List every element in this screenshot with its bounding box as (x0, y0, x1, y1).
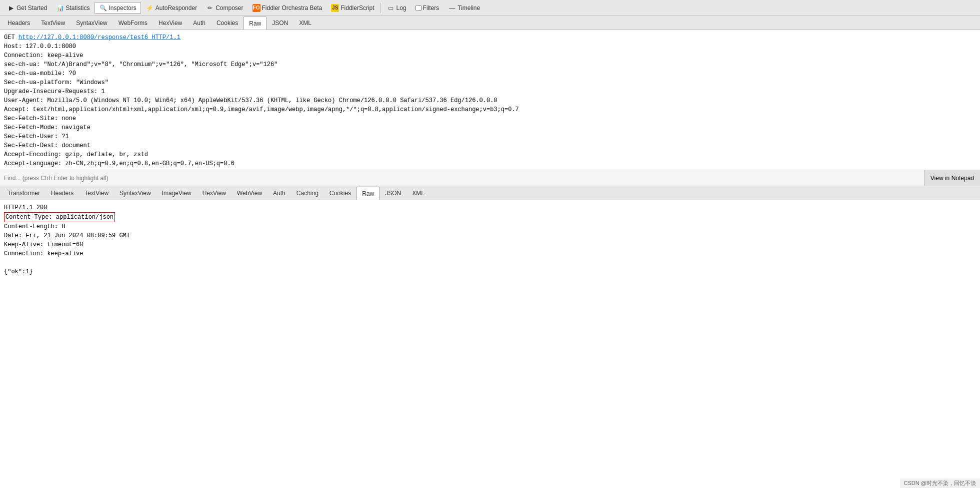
response-status-line: HTTP/1.1 200 (4, 204, 47, 211)
tab-response-imageview[interactable]: ImageView (156, 187, 197, 200)
statistics-icon: 📊 (56, 4, 64, 12)
js-badge-icon: JS (331, 4, 339, 12)
request-tab-bar: Headers TextView SyntaxView WebForms Hex… (0, 16, 980, 30)
tab-response-syntaxview[interactable]: SyntaxView (114, 187, 156, 200)
composer-button[interactable]: ✏ Composer (202, 3, 247, 13)
tab-request-raw[interactable]: Raw (244, 17, 266, 30)
tab-request-webforms[interactable]: WebForms (113, 17, 153, 30)
tab-response-auth[interactable]: Auth (268, 187, 291, 200)
log-button[interactable]: ▭ Log (383, 3, 410, 13)
request-content: GET http://127.0.0.1:8080/response/test6… (0, 30, 980, 170)
response-content-type: Content-Type: application/json (4, 212, 115, 222)
tab-response-raw[interactable]: Raw (356, 187, 380, 200)
tab-response-textview[interactable]: TextView (79, 187, 114, 200)
inspectors-icon: 🔍 (99, 4, 107, 12)
autoresponder-icon: ⚡ (146, 4, 154, 12)
filters-checkbox[interactable] (416, 5, 422, 11)
tab-request-headers[interactable]: Headers (2, 17, 36, 30)
tab-request-auth[interactable]: Auth (188, 17, 211, 30)
view-in-notepad-button[interactable]: View in Notepad (924, 170, 980, 186)
response-content: HTTP/1.1 200 Content-Type: application/j… (0, 200, 980, 488)
tab-response-hexview[interactable]: HexView (197, 187, 232, 200)
tab-response-json[interactable]: JSON (380, 187, 406, 200)
toolbar-separator-1 (380, 3, 381, 13)
find-input[interactable] (0, 173, 924, 184)
fiddlerscript-button[interactable]: JS FiddlerScript (327, 3, 378, 13)
timeline-icon: — (448, 4, 456, 12)
response-body: {"ok":1} (4, 268, 33, 275)
footer: CSDN @时光不染，回忆不淡 (900, 478, 980, 488)
log-icon: ▭ (387, 4, 395, 12)
response-tab-bar: Transformer Headers TextView SyntaxView … (0, 186, 980, 200)
tab-response-webview[interactable]: WebView (232, 187, 268, 200)
tab-response-cookies[interactable]: Cookies (324, 187, 356, 200)
tab-request-textview[interactable]: TextView (36, 17, 70, 30)
tab-response-caching[interactable]: Caching (291, 187, 324, 200)
tab-response-transformer[interactable]: Transformer (2, 187, 46, 200)
tab-request-syntaxview[interactable]: SyntaxView (70, 17, 112, 30)
statistics-button[interactable]: 📊 Statistics (52, 3, 94, 13)
tab-response-headers[interactable]: Headers (46, 187, 79, 200)
find-bar: View in Notepad (0, 170, 980, 186)
tab-response-xml[interactable]: XML (406, 187, 430, 200)
fo-badge-icon: FO (252, 4, 260, 12)
composer-icon: ✏ (206, 4, 214, 12)
filters-button[interactable]: Filters (412, 4, 444, 13)
inspectors-button[interactable]: 🔍 Inspectors (94, 3, 140, 14)
tab-request-json[interactable]: JSON (266, 17, 294, 30)
request-method: GET (4, 34, 18, 41)
timeline-button[interactable]: — Timeline (444, 3, 484, 13)
tab-request-cookies[interactable]: Cookies (211, 17, 244, 30)
tab-request-xml[interactable]: XML (294, 17, 317, 30)
response-other-headers: Content-Length: 8 Date: Fri, 21 Jun 2024… (4, 223, 130, 257)
get-started-icon: ▶ (7, 4, 15, 12)
tab-request-hexview[interactable]: HexView (153, 17, 188, 30)
footer-text: CSDN @时光不染，回忆不淡 (904, 480, 976, 486)
fiddler-orchestra-button[interactable]: FO Fiddler Orchestra Beta (248, 3, 326, 13)
top-toolbar: ▶ Get Started 📊 Statistics 🔍 Inspectors … (0, 0, 980, 16)
request-url[interactable]: http://127.0.0.1:8080/response/test6_HTT… (18, 34, 180, 41)
request-headers-text: Host: 127.0.0.1:8080 Connection: keep-al… (4, 43, 519, 167)
get-started-button[interactable]: ▶ Get Started (3, 3, 51, 13)
autoresponder-button[interactable]: ⚡ AutoResponder (142, 3, 201, 13)
